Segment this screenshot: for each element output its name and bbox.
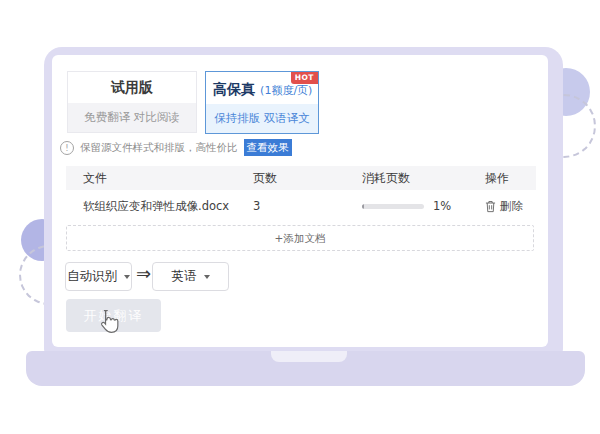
consumed-cell: 1% [362, 199, 485, 213]
view-sample-link[interactable]: 查看效果 [244, 139, 292, 156]
notice-line: ! 保留源文件样式和排版，高性价比 查看效果 [60, 139, 292, 156]
table-row: 软组织应变和弹性成像.docx 3 1% 删除 [66, 190, 536, 222]
trash-icon [485, 200, 496, 213]
target-language-value: 英语 [172, 268, 197, 285]
tab-high-fidelity[interactable]: HOT 高保真 (1额度/页) 保持排版 双语译文 [205, 71, 319, 134]
trial-tab-title: 试用版 [68, 72, 196, 103]
header-file: 文件 [66, 170, 253, 187]
chevron-down-icon [204, 275, 210, 279]
source-language-select[interactable]: 自动识别 [65, 262, 132, 291]
consumed-percent-label: 1% [433, 199, 451, 213]
header-consumed: 消耗页数 [362, 170, 485, 187]
hifi-title-text: 高保真 [213, 81, 255, 97]
header-actions: 操作 [485, 170, 536, 187]
hifi-tab-subtitle: 保持排版 双语译文 [206, 104, 318, 133]
delete-label: 删除 [500, 199, 523, 214]
consumed-progress-fill [362, 204, 364, 209]
hot-badge: HOT [291, 72, 318, 84]
chevron-down-icon [124, 275, 130, 279]
file-table-header: 文件 页数 消耗页数 操作 [66, 166, 536, 190]
consumed-progress-bar [362, 204, 424, 209]
tab-trial-version[interactable]: 试用版 免费翻译 对比阅读 [67, 71, 197, 133]
file-name: 软组织应变和弹性成像.docx [66, 199, 253, 214]
app-root: 试用版 免费翻译 对比阅读 HOT 高保真 (1额度/页) 保持排版 双语译文 … [0, 0, 600, 434]
direction-arrow-icon: ⇒ [136, 263, 151, 284]
file-pages: 3 [253, 199, 362, 213]
info-icon: ! [60, 141, 74, 155]
delete-button[interactable]: 删除 [485, 199, 523, 214]
add-document-button[interactable]: +添加文档 [66, 225, 534, 251]
notice-text: 保留源文件样式和排版，高性价比 [80, 141, 238, 155]
trial-tab-subtitle: 免费翻译 对比阅读 [68, 103, 196, 132]
header-pages: 页数 [253, 170, 362, 187]
hand-cursor-icon [94, 308, 120, 337]
source-language-value: 自动识别 [67, 268, 117, 285]
hifi-price-text: (1额度/页) [260, 84, 312, 97]
translation-panel: 试用版 免费翻译 对比阅读 HOT 高保真 (1额度/页) 保持排版 双语译文 … [0, 0, 600, 434]
target-language-select[interactable]: 英语 [152, 262, 229, 291]
